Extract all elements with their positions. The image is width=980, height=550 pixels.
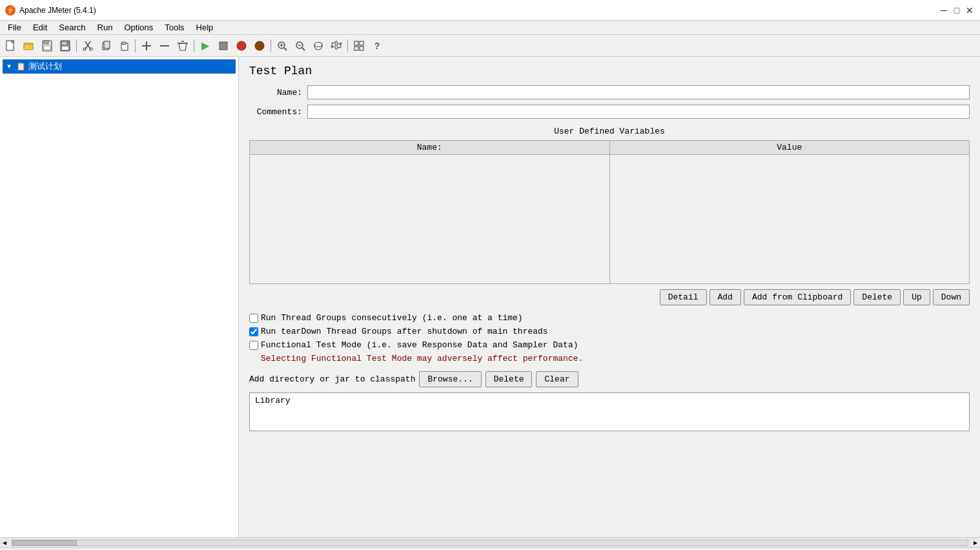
toolbar-open-button[interactable] xyxy=(21,37,37,54)
variables-section: User Defined Variables Name: Value xyxy=(249,127,970,305)
close-button[interactable]: ✕ xyxy=(965,5,975,15)
toolbar-stopall-button[interactable] xyxy=(233,37,250,54)
toolbar-remove-button[interactable] xyxy=(156,37,173,54)
menu-edit[interactable]: Edit xyxy=(28,21,52,34)
toolbar-new-button[interactable] xyxy=(3,37,19,54)
add-from-clipboard-button[interactable]: Add from Clipboard xyxy=(744,289,851,305)
scroll-track[interactable] xyxy=(12,540,968,546)
delete-button[interactable]: Delete xyxy=(853,289,901,305)
run-consecutive-checkbox[interactable] xyxy=(249,314,258,323)
tree-item-icon: 📋 xyxy=(15,61,26,72)
toolbar-paste-button[interactable] xyxy=(116,37,132,54)
checkbox-row-1: Run Thread Groups consecutively (i.e. on… xyxy=(249,313,970,323)
toolbar-copy-button[interactable] xyxy=(97,37,114,54)
toolbar: ▶ ? xyxy=(0,35,980,57)
toolbar-sep-3 xyxy=(194,39,194,52)
svg-rect-34 xyxy=(360,41,363,45)
toolbar-grid-button[interactable] xyxy=(351,37,367,54)
title-bar: ⚡ Apache JMeter (5.4.1) ─ □ ✕ xyxy=(0,0,980,21)
comments-input[interactable] xyxy=(307,105,970,119)
add-button[interactable]: Add xyxy=(709,289,741,305)
classpath-row: Add directory or jar to classpath Browse… xyxy=(249,371,970,387)
toolbar-sep-2 xyxy=(135,39,136,52)
minimize-button[interactable]: ─ xyxy=(939,5,949,15)
svg-rect-33 xyxy=(354,41,358,45)
toolbar-help-button[interactable]: ? xyxy=(369,37,385,54)
comments-label: Comments: xyxy=(249,107,307,117)
scroll-left-arrow[interactable]: ◀ xyxy=(0,539,9,547)
functional-warning: Selecting Functional Test Mode may adver… xyxy=(261,354,970,363)
toolbar-run-button[interactable]: ▶ xyxy=(197,37,214,54)
section-title: Test Plan xyxy=(249,65,970,77)
menu-run[interactable]: Run xyxy=(92,21,118,34)
up-button[interactable]: Up xyxy=(903,289,930,305)
toolbar-add-button[interactable] xyxy=(138,37,155,54)
col-name-header: Name: xyxy=(250,141,610,155)
scroll-thumb[interactable] xyxy=(12,540,77,545)
app-icon: ⚡ xyxy=(5,5,15,15)
toolbar-sep-5 xyxy=(347,39,348,52)
browse-button[interactable]: Browse... xyxy=(419,371,481,387)
svg-rect-35 xyxy=(354,46,358,50)
toolbar-save-as-button[interactable] xyxy=(39,37,56,54)
toolbar-sep-1 xyxy=(76,39,77,52)
scroll-right-arrow[interactable]: ▶ xyxy=(971,539,980,547)
name-label: Name: xyxy=(249,88,307,97)
detail-button[interactable]: Detail xyxy=(660,289,707,305)
svg-rect-13 xyxy=(104,41,110,48)
classpath-label: Add directory or jar to classpath xyxy=(249,374,415,384)
toolbar-save-button[interactable] xyxy=(57,37,74,54)
toolbar-mag1-button[interactable] xyxy=(274,37,291,54)
menu-file[interactable]: File xyxy=(3,21,26,34)
toolbar-cut-button[interactable] xyxy=(79,37,96,54)
svg-rect-3 xyxy=(44,41,48,44)
table-actions: Detail Add Add from Clipboard Delete Up … xyxy=(249,289,970,305)
svg-rect-15 xyxy=(122,42,126,45)
run-teardown-label: Run tearDown Thread Groups after shutdow… xyxy=(261,327,548,336)
tree-item-label: 测试计划 xyxy=(28,61,62,72)
toolbar-stop-button[interactable] xyxy=(215,37,232,54)
library-area[interactable]: Library xyxy=(249,392,970,431)
checkbox-row-2: Run tearDown Thread Groups after shutdow… xyxy=(249,327,970,336)
main-layout: ▼ 📋 测试计划 Test Plan Name: Comments: User … xyxy=(0,57,980,537)
svg-point-31 xyxy=(314,42,322,46)
classpath-delete-button[interactable]: Delete xyxy=(485,371,533,387)
toolbar-settings2-button[interactable] xyxy=(328,37,345,54)
name-row: Name: xyxy=(249,85,970,99)
checkboxes-section: Run Thread Groups consecutively (i.e. on… xyxy=(249,313,970,363)
right-panel: Test Plan Name: Comments: User Defined V… xyxy=(239,57,980,537)
menu-tools[interactable]: Tools xyxy=(159,21,189,34)
content-area: Test Plan Name: Comments: User Defined V… xyxy=(239,57,980,439)
col-value-header: Value xyxy=(609,141,970,155)
functional-test-checkbox[interactable] xyxy=(249,341,258,350)
svg-rect-4 xyxy=(44,46,50,50)
run-teardown-checkbox[interactable] xyxy=(249,327,258,336)
down-button[interactable]: Down xyxy=(933,289,970,305)
name-input[interactable] xyxy=(307,85,970,99)
toolbar-mag2-button[interactable] xyxy=(292,37,309,54)
menu-options[interactable]: Options xyxy=(119,21,158,34)
toolbar-clear-button[interactable] xyxy=(174,37,191,54)
title-bar-left: ⚡ Apache JMeter (5.4.1) xyxy=(5,5,96,15)
menu-bar: File Edit Search Run Options Tools Help xyxy=(0,21,980,35)
svg-line-29 xyxy=(302,48,305,50)
table-value-cell xyxy=(609,155,970,284)
svg-point-32 xyxy=(335,44,338,46)
toolbar-settings1-button[interactable] xyxy=(310,37,327,54)
menu-help[interactable]: Help xyxy=(191,21,219,34)
clear-button[interactable]: Clear xyxy=(536,371,578,387)
horizontal-scrollbar[interactable]: ◀ ▶ xyxy=(0,537,980,547)
variables-table: Name: Value xyxy=(249,140,970,284)
status-bar: CSDN @NotGFException xyxy=(0,547,980,550)
menu-search[interactable]: Search xyxy=(54,21,90,34)
svg-point-22 xyxy=(237,41,246,50)
toolbar-shutdown-button[interactable] xyxy=(251,37,268,54)
svg-line-25 xyxy=(284,48,287,50)
left-panel: ▼ 📋 测试计划 xyxy=(0,57,239,537)
svg-rect-6 xyxy=(62,42,66,45)
tree-expand-arrow[interactable]: ▼ xyxy=(5,63,13,70)
run-consecutive-label: Run Thread Groups consecutively (i.e. on… xyxy=(261,313,523,323)
tree-root-item[interactable]: ▼ 📋 测试计划 xyxy=(3,59,236,74)
title-bar-controls: ─ □ ✕ xyxy=(939,5,975,15)
maximize-button[interactable]: □ xyxy=(952,5,962,15)
